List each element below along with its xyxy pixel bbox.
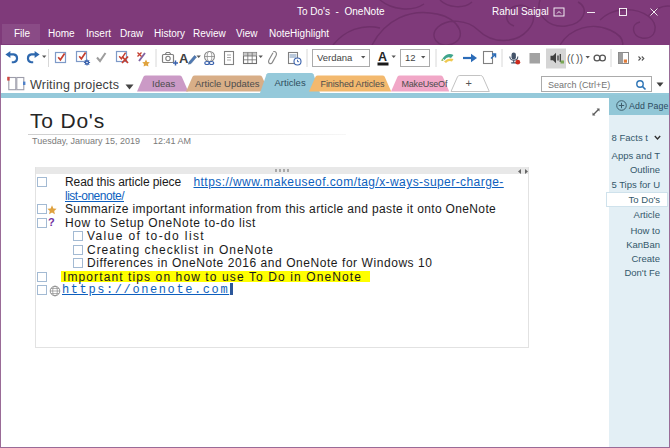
- svg-text:((: ((: [567, 52, 574, 64]
- svg-text:MakeUseOf: MakeUseOf: [402, 79, 448, 89]
- svg-text:Articles: Articles: [275, 77, 306, 88]
- svg-text:Article Updates: Article Updates: [195, 78, 260, 89]
- svg-text:+: +: [466, 77, 472, 89]
- svg-text:)): )): [576, 52, 583, 64]
- svg-text:12: 12: [405, 52, 416, 63]
- svg-text:Finished Articles: Finished Articles: [321, 79, 385, 89]
- svg-text:Verdana: Verdana: [317, 52, 353, 63]
- svg-text:A: A: [179, 51, 189, 66]
- svg-text:A: A: [378, 50, 387, 64]
- svg-text:Ideas: Ideas: [152, 78, 175, 89]
